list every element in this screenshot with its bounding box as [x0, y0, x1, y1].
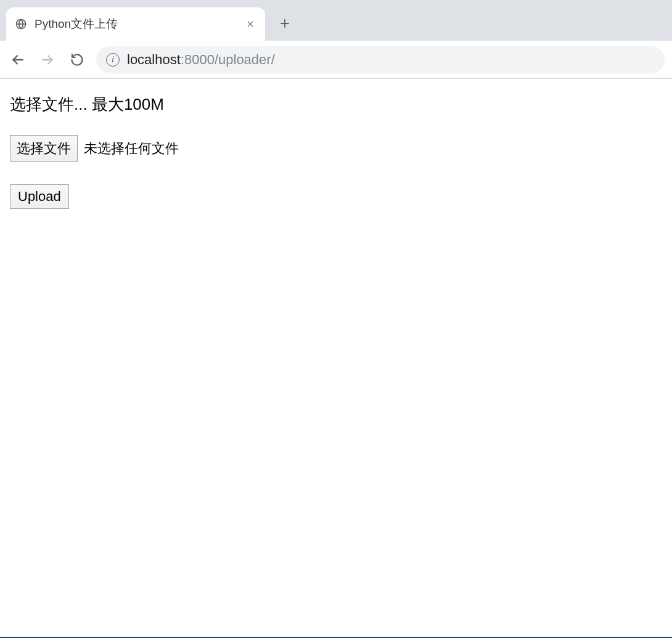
tab-strip: Python文件上传 — [0, 0, 672, 41]
page-content: 选择文件... 最大100M 选择文件 未选择任何文件 Upload — [0, 79, 672, 224]
file-input-row: 选择文件 未选择任何文件 — [10, 135, 662, 162]
close-icon[interactable] — [244, 18, 256, 30]
browser-chrome: Python文件上传 — [0, 0, 672, 79]
forward-button[interactable] — [37, 49, 58, 70]
url-host: localhost — [127, 52, 181, 67]
address-bar[interactable]: i localhost:8000/uploader/ — [96, 46, 665, 73]
page-heading: 选择文件... 最大100M — [10, 94, 662, 115]
url-text: localhost:8000/uploader/ — [127, 52, 275, 68]
globe-icon — [15, 18, 27, 30]
site-info-icon[interactable]: i — [106, 53, 120, 67]
reload-button[interactable] — [67, 49, 88, 70]
upload-button[interactable]: Upload — [10, 184, 69, 209]
browser-toolbar: i localhost:8000/uploader/ — [0, 41, 672, 79]
new-tab-button[interactable] — [271, 10, 298, 37]
choose-file-button[interactable]: 选择文件 — [10, 135, 78, 162]
url-port: :8000 — [181, 52, 215, 67]
back-button[interactable] — [7, 49, 28, 70]
file-status-text: 未选择任何文件 — [84, 139, 179, 158]
url-path: /uploader/ — [215, 52, 275, 67]
tab-title: Python文件上传 — [35, 16, 237, 32]
browser-tab[interactable]: Python文件上传 — [6, 7, 265, 41]
